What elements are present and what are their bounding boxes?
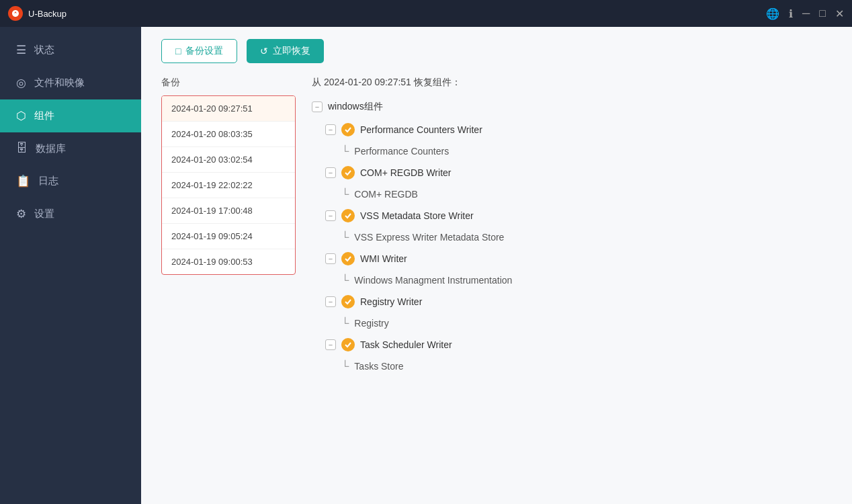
- vss-writer-label: VSS Metadata Store Writer: [360, 210, 474, 221]
- collapse-windows[interactable]: −: [312, 101, 323, 112]
- backup-list: 2024-01-20 09:27:51 2024-01-20 08:03:35 …: [161, 95, 296, 275]
- l-connector-wmi: └: [341, 275, 349, 286]
- tree-item-task-writer: − Task Scheduler Writer: [312, 333, 832, 356]
- main-content: □ 备份设置 ↺ 立即恢复 备份 2024-01-20 09:27:51 202…: [141, 27, 852, 504]
- backup-item-5[interactable]: 2024-01-19 09:05:24: [162, 224, 295, 249]
- app-logo: [8, 6, 23, 21]
- sidebar-label-logs: 日志: [38, 175, 58, 187]
- collapse-perf-writer[interactable]: −: [325, 124, 336, 135]
- minimize-icon[interactable]: ─: [802, 7, 810, 19]
- tree-item-windows: − windows组件: [312, 95, 832, 118]
- backup-settings-label: 备份设置: [185, 45, 223, 57]
- sidebar-item-files[interactable]: ◎ 文件和映像: [0, 67, 141, 99]
- component-pane: 从 2024-01-20 09:27:51 恢复组件： − windows组件 …: [296, 73, 852, 504]
- sidebar-item-database[interactable]: 🗄 数据库: [0, 132, 141, 165]
- two-pane: 备份 2024-01-20 09:27:51 2024-01-20 08:03:…: [141, 73, 852, 504]
- collapse-vss-writer[interactable]: −: [325, 210, 336, 221]
- settings-icon: ⚙: [16, 207, 26, 221]
- perf-writer-check: [341, 123, 355, 136]
- restore-now-label: 立即恢复: [273, 45, 310, 57]
- complus-label: COM+ REGDB: [354, 189, 418, 200]
- close-icon[interactable]: ✕: [835, 7, 844, 20]
- windows-label: windows组件: [328, 101, 383, 113]
- tree-item-perf-writer: − Performance Counters Writer: [312, 118, 832, 141]
- info-icon[interactable]: ℹ: [789, 7, 793, 20]
- collapse-task-writer[interactable]: −: [325, 339, 336, 350]
- tasks-store-label: Tasks Store: [354, 361, 403, 372]
- maximize-icon[interactable]: □: [819, 7, 826, 19]
- sidebar-label-settings: 设置: [34, 208, 54, 220]
- l-connector-tasks: └: [341, 361, 349, 372]
- sidebar-label-database: 数据库: [36, 142, 66, 155]
- sidebar-item-logs[interactable]: 📋 日志: [0, 165, 141, 198]
- tree-item-vss-writer: − VSS Metadata Store Writer: [312, 204, 832, 227]
- l-connector-registry: └: [341, 318, 349, 329]
- tree-item-registry: └ Registry: [312, 313, 832, 333]
- backup-pane: 备份 2024-01-20 09:27:51 2024-01-20 08:03:…: [161, 73, 296, 504]
- sidebar-label-status: 状态: [34, 44, 54, 56]
- backup-item-6[interactable]: 2024-01-19 09:00:53: [162, 249, 295, 274]
- backup-item-0[interactable]: 2024-01-20 09:27:51: [162, 96, 295, 122]
- sidebar-label-components: 组件: [34, 110, 54, 122]
- files-icon: ◎: [16, 76, 26, 90]
- restore-now-button[interactable]: ↺ 立即恢复: [247, 39, 324, 63]
- registry-writer-label: Registry Writer: [360, 296, 422, 307]
- registry-writer-check: [341, 295, 355, 308]
- components-icon: ⬡: [16, 109, 26, 123]
- complus-writer-check: [341, 166, 355, 179]
- sidebar: ☰ 状态 ◎ 文件和映像 ⬡ 组件 🗄 数据库 📋 日志 ⚙ 设置: [0, 27, 141, 504]
- vss-writer-check: [341, 209, 355, 222]
- backup-item-3[interactable]: 2024-01-19 22:02:22: [162, 173, 295, 198]
- collapse-complus-writer[interactable]: −: [325, 167, 336, 178]
- task-writer-check: [341, 338, 355, 351]
- component-pane-header: 从 2024-01-20 09:27:51 恢复组件：: [312, 73, 839, 95]
- wmi-label: Windows Managment Instrumentation: [354, 275, 512, 286]
- globe-icon[interactable]: 🌐: [766, 7, 779, 20]
- app-body: ☰ 状态 ◎ 文件和映像 ⬡ 组件 🗄 数据库 📋 日志 ⚙ 设置 □: [0, 27, 852, 504]
- backup-pane-header: 备份: [161, 73, 296, 95]
- task-writer-label: Task Scheduler Writer: [360, 339, 452, 350]
- tree-item-complus-writer: − COM+ REGDB Writer: [312, 161, 832, 184]
- tree-item-wmi: └ Windows Managment Instrumentation: [312, 270, 832, 290]
- toolbar: □ 备份设置 ↺ 立即恢复: [141, 27, 852, 73]
- tree-item-complus: └ COM+ REGDB: [312, 184, 832, 204]
- l-connector-perf: └: [341, 146, 349, 157]
- l-connector-complus: └: [341, 189, 349, 200]
- component-list: − windows组件 − Performance Counters Write…: [312, 95, 839, 504]
- l-connector-vss: └: [341, 232, 349, 243]
- sidebar-item-status[interactable]: ☰ 状态: [0, 34, 141, 67]
- backup-item-1[interactable]: 2024-01-20 08:03:35: [162, 122, 295, 147]
- collapse-registry-writer[interactable]: −: [325, 296, 336, 307]
- complus-writer-label: COM+ REGDB Writer: [360, 167, 451, 178]
- tree-item-tasks-store: └ Tasks Store: [312, 356, 832, 376]
- tree-item-perf-counters: └ Performance Counters: [312, 141, 832, 161]
- wmi-writer-label: WMI Writer: [360, 253, 407, 264]
- restore-icon: ↺: [260, 46, 268, 56]
- sidebar-label-files: 文件和映像: [34, 77, 85, 89]
- collapse-wmi-writer[interactable]: −: [325, 253, 336, 264]
- backup-item-4[interactable]: 2024-01-19 17:00:48: [162, 198, 295, 224]
- database-icon: 🗄: [16, 142, 28, 155]
- wmi-writer-check: [341, 252, 355, 265]
- tree-item-registry-writer: − Registry Writer: [312, 290, 832, 313]
- app-title: U-Backup: [28, 9, 766, 19]
- backup-item-2[interactable]: 2024-01-20 03:02:54: [162, 147, 295, 173]
- vss-metadata-label: VSS Express Writer Metadata Store: [354, 232, 504, 243]
- logs-icon: 📋: [16, 174, 30, 188]
- backup-settings-icon: □: [175, 46, 181, 56]
- tree-item-wmi-writer: − WMI Writer: [312, 247, 832, 270]
- perf-counters-label: Performance Counters: [354, 146, 449, 157]
- perf-writer-label: Performance Counters Writer: [360, 124, 482, 135]
- sidebar-item-settings[interactable]: ⚙ 设置: [0, 198, 141, 230]
- title-bar: U-Backup 🌐 ℹ ─ □ ✕: [0, 0, 852, 27]
- backup-settings-button[interactable]: □ 备份设置: [161, 39, 237, 63]
- registry-label: Registry: [354, 318, 388, 329]
- sidebar-item-components[interactable]: ⬡ 组件: [0, 99, 141, 132]
- window-controls: 🌐 ℹ ─ □ ✕: [766, 7, 844, 20]
- status-icon: ☰: [16, 43, 26, 57]
- tree-item-vss-metadata: └ VSS Express Writer Metadata Store: [312, 227, 832, 247]
